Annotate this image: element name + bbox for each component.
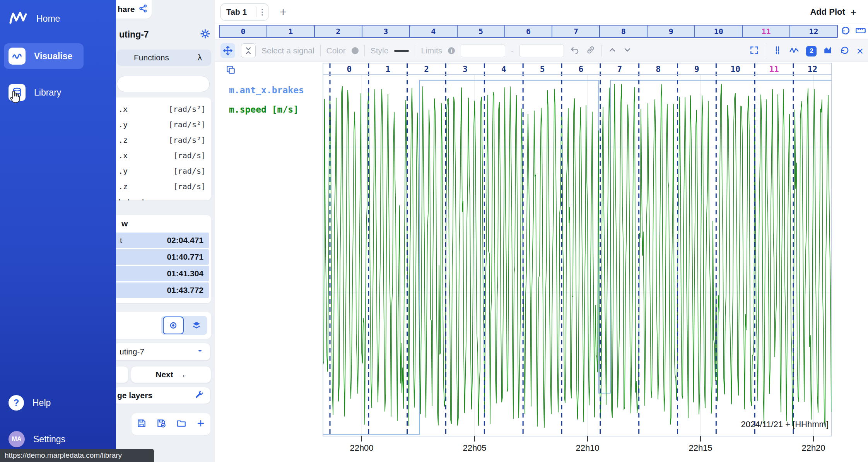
lap-segment[interactable]: 10 [694, 25, 743, 38]
status-url-tooltip: https://demo.marpledata.com/library [0, 449, 154, 462]
layer-count-badge[interactable]: 2 [806, 46, 817, 56]
lap-segment[interactable]: 6 [504, 25, 553, 38]
next-button[interactable]: Next → [131, 366, 211, 383]
record-toggle-button[interactable] [163, 317, 184, 334]
link-icon[interactable] [586, 45, 596, 56]
lap-segment[interactable]: 9 [647, 25, 695, 38]
limit-min-input[interactable] [461, 44, 505, 57]
x-tick-label: 22h15 [689, 443, 712, 453]
lap-segment[interactable]: 0 [219, 25, 267, 38]
tab-functions[interactable]: Functions λ [117, 50, 211, 66]
segment-number: 0 [347, 65, 352, 74]
share-button[interactable]: hare [116, 0, 152, 19]
mouse-cursor-icon [8, 90, 22, 106]
lap-time-row[interactable]: t02:04.471 [116, 233, 209, 248]
limits-label: Limits [421, 46, 442, 55]
plot-region: m.ant_x.brakes m.speed [m/s] 01234567891… [215, 62, 868, 462]
move-up-icon[interactable] [608, 45, 617, 56]
add-plot-button[interactable]: Add Plot + [810, 3, 856, 21]
segment-number: 5 [540, 65, 545, 74]
signal-row[interactable]: .x[rad/s] [116, 148, 211, 163]
plot-toolbar-right: 2 × [749, 40, 863, 62]
signal-row[interactable]: .x[rad/s²] [116, 101, 211, 117]
signal-list: .x[rad/s²].y[rad/s²].z[rad/s²].x[rad/s].… [116, 98, 211, 200]
layer-controls-card [116, 312, 211, 339]
lap-segment[interactable]: 1 [267, 25, 315, 38]
undo-icon[interactable] [570, 45, 580, 56]
segment-number: 3 [463, 65, 468, 74]
save-check-icon[interactable] [156, 418, 166, 430]
measure-ruler-icon[interactable] [855, 25, 866, 38]
lap-segment[interactable]: 7 [552, 25, 600, 38]
fullscreen-icon[interactable] [749, 45, 759, 57]
refresh-icon[interactable] [840, 45, 850, 57]
signal-unit: [rad/s] [173, 151, 206, 160]
lap-segment[interactable]: 2 [314, 25, 362, 38]
dataset-title: uting-7 [119, 29, 149, 40]
lap-segment[interactable]: 3 [362, 25, 410, 38]
save-icon[interactable] [137, 418, 147, 430]
lap-segment[interactable]: 5 [457, 25, 505, 38]
lap-time: 01:40.771 [167, 252, 203, 262]
new-tab-button[interactable]: + [275, 3, 291, 21]
signal-row[interactable]: .y[rad/s] [116, 163, 211, 179]
signal-name: .y [118, 166, 128, 176]
signal-name: .z [118, 182, 128, 191]
tab-1[interactable]: Tab 1 ⋮ [220, 3, 268, 21]
layer-toggle-group [161, 316, 207, 335]
collapse-rows-button[interactable] [241, 43, 256, 58]
chevron-down-icon [196, 347, 204, 356]
toolbar-divider [601, 45, 602, 56]
select-signal-dropdown[interactable]: Select a signal [261, 46, 314, 55]
signal-row[interactable]: .z[rad/s] [116, 179, 211, 194]
sidebar-item-label: Visualise [34, 51, 72, 62]
lap-time-row[interactable]: 01:40.771 [116, 249, 209, 265]
prev-button[interactable] [116, 366, 128, 383]
layers-icon[interactable] [188, 317, 205, 334]
reset-zoom-icon[interactable] [840, 25, 851, 38]
toolbar-divider [766, 45, 766, 57]
limit-max-input[interactable] [519, 44, 564, 57]
segment-number: 11 [769, 65, 779, 74]
line-style-sample[interactable] [394, 50, 409, 52]
functions-tab-label: Functions [134, 53, 169, 62]
sidebar-item-home[interactable]: Home [4, 9, 84, 29]
lap-segment[interactable]: 12 [789, 25, 838, 38]
sidebar-item-visualise[interactable]: Visualise [4, 43, 84, 69]
split-axes-icon[interactable] [773, 45, 782, 57]
help-label: Help [32, 398, 51, 408]
lap-time-row[interactable]: 01:41.304 [116, 266, 209, 281]
signal-search-input[interactable] [117, 76, 210, 92]
arrow-right-icon: → [178, 370, 186, 380]
sidebar-item-settings[interactable]: MA Settings [4, 426, 84, 452]
close-plot-icon[interactable]: × [856, 45, 863, 57]
pan-tool-button[interactable] [220, 43, 235, 58]
color-swatch[interactable] [352, 47, 359, 54]
overview-header: w [116, 218, 210, 231]
folder-icon[interactable] [176, 418, 186, 430]
area-chart-icon[interactable] [823, 45, 833, 57]
add-icon[interactable] [196, 419, 205, 429]
plot-toolbar: Select a signal Color Style Limits i - [215, 39, 868, 62]
tab-menu-icon[interactable]: ⋮ [256, 7, 268, 17]
lap-segment[interactable]: 11 [742, 25, 790, 38]
segment-number: 1 [385, 65, 390, 74]
move-down-icon[interactable] [623, 45, 632, 56]
sidebar-item-help[interactable]: ? Help [4, 390, 84, 416]
signal-row[interactable]: .z[rad/s²] [116, 132, 211, 148]
toolbar-divider [364, 45, 365, 56]
segment-number: 2 [424, 65, 429, 74]
chart-canvas[interactable]: 012345678910111222h0022h0522h1022h1522h2… [215, 62, 868, 462]
share-icon [138, 4, 148, 15]
dataset-select-dropdown[interactable]: uting-7 [116, 343, 210, 361]
lap-time: 01:41.304 [167, 269, 203, 278]
lap-time-row[interactable]: 01:43.772 [116, 282, 209, 298]
lap-segment[interactable]: 4 [409, 25, 458, 38]
manage-layers-button[interactable]: ge layers [116, 387, 210, 404]
gear-icon[interactable] [200, 29, 210, 41]
lap-segment[interactable]: 8 [599, 25, 648, 38]
signal-row[interactable]: k brakes [116, 194, 211, 200]
segment-number: 9 [694, 65, 699, 74]
signal-wave-icon[interactable] [789, 45, 800, 57]
signal-row[interactable]: .y[rad/s²] [116, 117, 211, 132]
